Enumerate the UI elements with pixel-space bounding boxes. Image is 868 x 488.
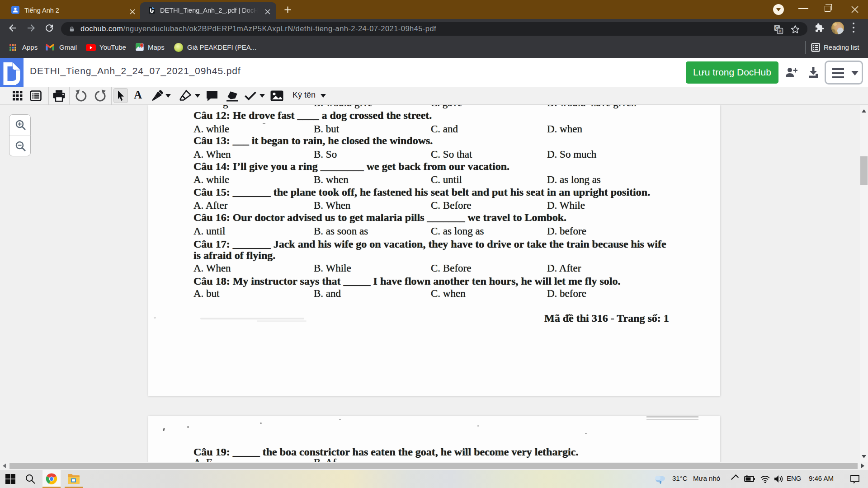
- svg-text:K: K: [779, 29, 782, 33]
